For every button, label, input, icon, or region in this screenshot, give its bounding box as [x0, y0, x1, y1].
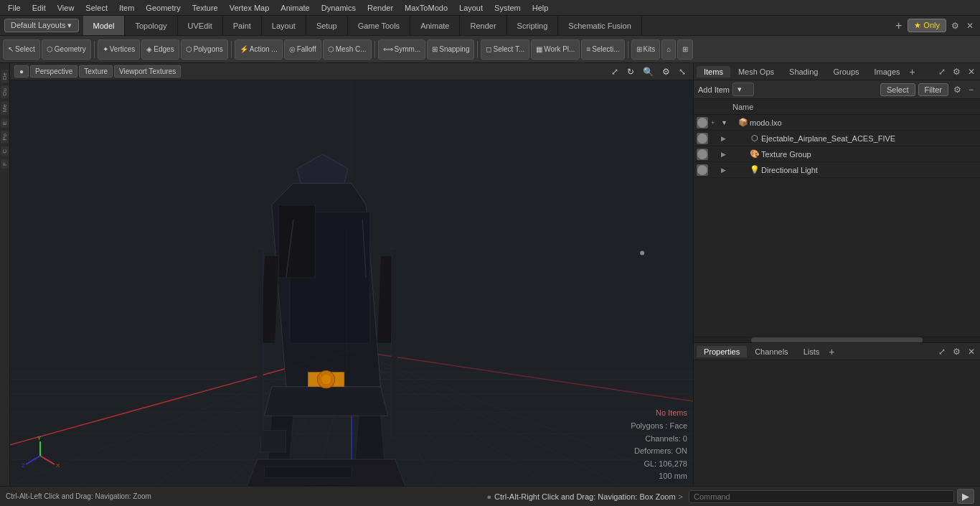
items-panel-settings[interactable]: ⚙: [951, 84, 963, 95]
toolbar-falloff-btn[interactable]: ◎ Falloff: [284, 39, 321, 60]
layout-tab-animate[interactable]: Animate: [410, 16, 460, 35]
viewport-dot[interactable]: ●: [14, 65, 29, 78]
props-tab-lists[interactable]: Lists: [796, 346, 827, 357]
default-layouts-dropdown[interactable]: Default Layouts ▾: [4, 19, 79, 32]
layout-tab-layout[interactable]: Layout: [262, 16, 306, 35]
items-scrollbar-area[interactable]: [694, 337, 980, 342]
menu-edit[interactable]: Edit: [27, 2, 51, 14]
viewport-perspective-btn[interactable]: Perspective: [30, 65, 77, 78]
menu-help[interactable]: Help: [527, 2, 554, 14]
item-row-modo-lxo[interactable]: + ▼ 📦 modo.lxo: [694, 115, 980, 131]
layout-tab-scripting[interactable]: Scripting: [507, 16, 559, 35]
props-add-tab-btn[interactable]: +: [829, 346, 834, 357]
layout-close-icon[interactable]: ✕: [964, 20, 976, 32]
panel-tabs-top: Items Mesh Ops Shading Groups Images + ⤢…: [694, 63, 980, 80]
layout-tab-paint[interactable]: Paint: [223, 16, 262, 35]
viewport-search-icon[interactable]: 🔍: [640, 65, 656, 78]
menu-maxTomodo[interactable]: MaxToModo: [400, 2, 453, 14]
viewport-refresh-icon[interactable]: ↻: [624, 65, 637, 78]
items-select-button[interactable]: Select: [880, 83, 915, 96]
panel-tab-images[interactable]: Images: [867, 66, 908, 78]
panel-tab-groups[interactable]: Groups: [826, 66, 866, 78]
menu-file[interactable]: File: [3, 2, 26, 14]
toolbar-symm-btn[interactable]: ⟺ Symm...: [378, 39, 426, 60]
command-input[interactable]: [689, 490, 954, 503]
panel-add-tab-button[interactable]: +: [910, 66, 915, 78]
toolbar-home-btn[interactable]: ⌂: [661, 39, 676, 60]
menu-layout[interactable]: Layout: [454, 2, 488, 14]
toolbar-kits-btn[interactable]: ⊞ Kits: [631, 39, 661, 60]
sidebar-label-f[interactable]: F: [1, 159, 9, 169]
viewport-viewport-textures-btn[interactable]: Viewport Textures: [114, 65, 181, 78]
menu-select[interactable]: Select: [80, 2, 113, 14]
viewport-settings-icon[interactable]: ⚙: [659, 65, 673, 78]
item-expand-icon-0[interactable]: ▼: [721, 119, 731, 126]
toolbar-selecti-btn[interactable]: ≡ Selecti...: [581, 39, 624, 60]
panel-tab-mesh-ops[interactable]: Mesh Ops: [731, 66, 781, 78]
menu-animate[interactable]: Animate: [275, 2, 314, 14]
props-maximize-icon[interactable]: ⤢: [936, 346, 948, 357]
items-panel-collapse[interactable]: −: [966, 84, 976, 95]
menu-vertex-map[interactable]: Vertex Map: [225, 2, 275, 14]
layout-tab-schematic[interactable]: Schematic Fusion: [558, 16, 641, 35]
toolbar-geometry-btn[interactable]: ⬡ Geometry: [42, 39, 91, 60]
layout-tab-topology[interactable]: Topology: [125, 16, 177, 35]
viewport-canvas[interactable]: No Items Polygons : Face Channels: 0 Def…: [10, 80, 693, 486]
toolbar-select-t-btn[interactable]: ◻ Select T...: [481, 39, 529, 60]
panel-tab-items[interactable]: Items: [697, 66, 730, 78]
toolbar-mesh-btn[interactable]: ⬡ Mesh C...: [323, 39, 372, 60]
toolbar-select-btn[interactable]: ↖ Select: [3, 39, 40, 60]
add-item-dropdown[interactable]: ▾: [732, 83, 754, 96]
items-list[interactable]: + ▼ 📦 modo.lxo ▶ ⬡ Ejectable_Airplane_Se…: [694, 115, 980, 337]
command-go-button[interactable]: ▶: [957, 489, 974, 504]
panel-maximize-icon[interactable]: ⤢: [936, 66, 948, 78]
item-row-texture-group[interactable]: ▶ 🎨 Texture Group: [694, 146, 980, 162]
props-settings-icon[interactable]: ⚙: [951, 346, 963, 357]
panel-settings-icon[interactable]: ⚙: [951, 66, 963, 78]
layout-tab-render[interactable]: Render: [460, 16, 507, 35]
menu-geometry[interactable]: Geometry: [141, 2, 185, 14]
panel-tab-shading[interactable]: Shading: [782, 66, 825, 78]
toolbar-box-btn[interactable]: ⊞: [677, 39, 693, 60]
items-filter-button[interactable]: Filter: [918, 83, 948, 96]
menu-render[interactable]: Render: [362, 2, 398, 14]
props-close-icon[interactable]: ✕: [966, 346, 977, 357]
viewport-arrows-icon[interactable]: ⤢: [608, 65, 621, 78]
layout-tab-setup[interactable]: Setup: [306, 16, 348, 35]
menu-item[interactable]: Item: [114, 2, 139, 14]
sidebar-label-de[interactable]: De: [1, 70, 9, 83]
toolbar-action-btn[interactable]: ⚡ Action ...: [235, 39, 283, 60]
toolbar-polygons-btn[interactable]: ⬡ Polygons: [181, 39, 228, 60]
menu-view[interactable]: View: [52, 2, 80, 14]
props-tab-channels[interactable]: Channels: [748, 346, 795, 357]
toolbar-vertices-btn[interactable]: ✦ Vertices: [98, 39, 141, 60]
layout-tab-uvedit[interactable]: UVEdit: [178, 16, 223, 35]
item-visibility-toggle-3[interactable]: [697, 164, 708, 176]
item-visibility-toggle-1[interactable]: [697, 133, 708, 144]
toolbar-edges-btn[interactable]: ◈ Edges: [141, 39, 179, 60]
menu-dynamics[interactable]: Dynamics: [316, 2, 361, 14]
item-visibility-toggle-2[interactable]: [697, 149, 708, 160]
menu-texture[interactable]: Texture: [187, 2, 223, 14]
item-row-ejectable-seat[interactable]: ▶ ⬡ Ejectable_Airplane_Seat_ACES_FIVE: [694, 131, 980, 146]
item-row-directional-light[interactable]: ▶ 💡 Directional Light: [694, 162, 980, 178]
item-visibility-toggle-0[interactable]: [697, 117, 708, 128]
sidebar-label-po[interactable]: Po: [1, 131, 9, 144]
item-add-icon-0[interactable]: +: [711, 119, 721, 126]
sidebar-label-c[interactable]: C: [1, 146, 9, 156]
star-only-toggle[interactable]: ★ Only: [908, 19, 946, 32]
layout-add-button[interactable]: +: [892, 19, 905, 32]
sidebar-label-e[interactable]: E: [1, 118, 9, 128]
sidebar-label-me[interactable]: Me: [1, 101, 9, 115]
menu-system[interactable]: System: [489, 2, 526, 14]
viewport-texture-btn[interactable]: Texture: [79, 65, 113, 78]
props-tab-properties[interactable]: Properties: [697, 346, 747, 357]
layout-tab-game-tools[interactable]: Game Tools: [348, 16, 411, 35]
viewport-maximize-icon[interactable]: ⤡: [676, 65, 689, 78]
layout-tab-model[interactable]: Model: [83, 16, 126, 35]
toolbar-work-pl-btn[interactable]: ▦ Work Pl...: [531, 39, 580, 60]
layout-settings-icon[interactable]: ⚙: [949, 20, 961, 32]
panel-close-icon[interactable]: ✕: [966, 66, 977, 78]
sidebar-label-du[interactable]: Du: [1, 85, 9, 98]
toolbar-snapping-btn[interactable]: ⊞ Snapping: [427, 39, 474, 60]
